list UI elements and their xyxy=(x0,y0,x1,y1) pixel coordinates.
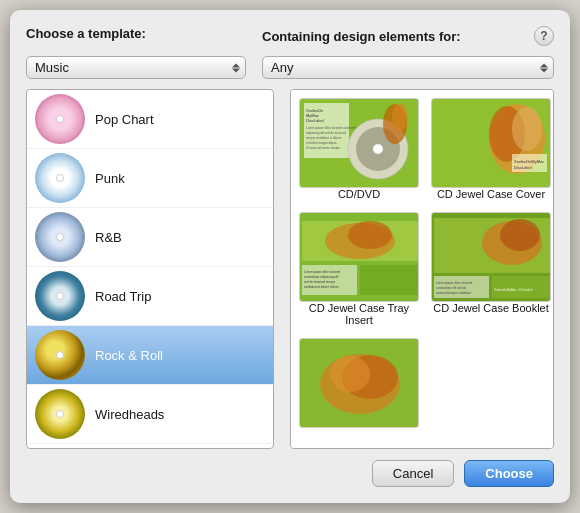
item-label: Road Trip xyxy=(95,289,151,304)
svg-text:sed do eiusmod tempor: sed do eiusmod tempor xyxy=(304,280,335,284)
svg-text:DiscLabel: DiscLabel xyxy=(306,118,324,123)
svg-text:incididunt ut labore dolore: incididunt ut labore dolore xyxy=(304,285,339,289)
svg-text:Lorem ipsum dolor sit amet con: Lorem ipsum dolor sit amet consectetur xyxy=(306,126,359,130)
grid-item-label: CD/DVD xyxy=(338,188,380,200)
button-row: Cancel Choose xyxy=(26,456,554,487)
cancel-button[interactable]: Cancel xyxy=(372,460,454,487)
svg-text:SmilesOnMyMac: SmilesOnMyMac xyxy=(514,159,544,164)
bottom-thumb xyxy=(299,338,419,428)
list-item-selected[interactable]: Rock & Roll xyxy=(27,326,273,385)
list-item[interactable]: Pop Chart xyxy=(27,90,273,149)
svg-point-25 xyxy=(348,221,392,249)
panels-row: Pop Chart Punk R&B Road Trip xyxy=(26,89,554,446)
tray-insert-thumb: Lorem ipsum dolor sit amet consectetur a… xyxy=(299,212,419,302)
svg-text:eiusmod tempor incididunt: eiusmod tempor incididunt xyxy=(436,291,471,295)
svg-text:SmilesOnMyMac - DiscLabel: SmilesOnMyMac - DiscLabel xyxy=(494,288,533,292)
grid-item[interactable]: Lorem ipsum dolor sit amet consectetur a… xyxy=(299,212,419,326)
item-label: Rock & Roll xyxy=(95,348,163,363)
rb-thumb xyxy=(35,212,85,262)
road-trip-thumb xyxy=(35,271,85,321)
cd-hole xyxy=(56,233,64,241)
design-grid[interactable]: SmilesOn MyMac DiscLabel Lorem ipsum dol… xyxy=(290,89,554,449)
svg-text:DiscLabel: DiscLabel xyxy=(514,165,532,170)
svg-point-35 xyxy=(500,219,540,251)
elements-select[interactable]: Any CD/DVD CD Jewel Case Booklet xyxy=(262,56,554,79)
grid-item-label: CD Jewel Case Cover xyxy=(437,188,545,200)
item-label: Wiredheads xyxy=(95,407,164,422)
template-list[interactable]: Pop Chart Punk R&B Road Trip xyxy=(26,89,274,449)
item-label: R&B xyxy=(95,230,122,245)
cd-dvd-thumb: SmilesOn MyMac DiscLabel Lorem ipsum dol… xyxy=(299,98,419,188)
wiredheads-thumb xyxy=(35,389,85,439)
svg-text:consectetur adipiscing elit: consectetur adipiscing elit xyxy=(304,275,339,279)
grid-item[interactable]: SmilesOnMyMac DiscLabel CD Jewel Case Co… xyxy=(431,98,551,200)
grid-item[interactable]: SmilesOn MyMac DiscLabel Lorem ipsum dol… xyxy=(299,98,419,200)
dropdowns-row: Music Photo Business Personal Any CD/DVD… xyxy=(26,56,554,79)
template-select[interactable]: Music Photo Business Personal xyxy=(26,56,246,79)
elements-select-wrap: Any CD/DVD CD Jewel Case Booklet xyxy=(262,56,554,79)
svg-text:tempor incididunt ut labore: tempor incididunt ut labore xyxy=(306,136,342,140)
labels-row: Choose a template: Containing design ele… xyxy=(26,26,554,46)
svg-rect-31 xyxy=(360,265,418,295)
item-label: Pop Chart xyxy=(95,112,154,127)
svg-text:consectetur elit sed do: consectetur elit sed do xyxy=(436,286,466,290)
rock-roll-thumb xyxy=(35,330,85,380)
svg-text:Lorem ipsum dolor sit amet: Lorem ipsum dolor sit amet xyxy=(304,270,340,274)
grid-item[interactable]: Lorem ipsum dolor sit amet consectetur e… xyxy=(431,212,551,326)
cd-hole xyxy=(56,351,64,359)
cd-hole xyxy=(56,410,64,418)
svg-text:Lorem ipsum dolor sit amet: Lorem ipsum dolor sit amet xyxy=(436,281,472,285)
svg-point-14 xyxy=(392,103,408,131)
booklet-thumb: Lorem ipsum dolor sit amet consectetur e… xyxy=(431,212,551,302)
cd-hole xyxy=(56,174,64,182)
svg-text:adipiscing elit sed do eiusmod: adipiscing elit sed do eiusmod xyxy=(306,131,346,135)
pop-chart-thumb xyxy=(35,94,85,144)
right-panel-label: Containing design elements for: xyxy=(262,29,461,44)
list-item[interactable]: R&B xyxy=(27,208,273,267)
list-item[interactable]: Road Trip xyxy=(27,267,273,326)
grid-item-label: CD Jewel Case Tray Insert xyxy=(299,302,419,326)
list-item[interactable]: Punk xyxy=(27,149,273,208)
item-label: Punk xyxy=(95,171,125,186)
svg-text:et dolore magna aliqua: et dolore magna aliqua xyxy=(306,141,337,145)
cd-hole xyxy=(56,292,64,300)
template-select-wrap: Music Photo Business Personal xyxy=(26,56,246,79)
svg-rect-40 xyxy=(492,276,550,298)
svg-point-18 xyxy=(512,107,542,151)
grid-item[interactable] xyxy=(299,338,419,428)
template-chooser-dialog: Choose a template: Containing design ele… xyxy=(10,10,570,503)
svg-text:Ut enim ad minim veniam: Ut enim ad minim veniam xyxy=(306,146,340,150)
cd-hole xyxy=(56,115,64,123)
svg-point-45 xyxy=(330,356,370,392)
choose-button[interactable]: Choose xyxy=(464,460,554,487)
left-panel-label: Choose a template: xyxy=(26,26,146,41)
svg-point-12 xyxy=(373,144,383,154)
jewel-cover-thumb: SmilesOnMyMac DiscLabel xyxy=(431,98,551,188)
help-button[interactable]: ? xyxy=(534,26,554,46)
grid-item-label: CD Jewel Case Booklet xyxy=(433,302,549,314)
list-item[interactable]: Wiredheads xyxy=(27,385,273,444)
punk-thumb xyxy=(35,153,85,203)
